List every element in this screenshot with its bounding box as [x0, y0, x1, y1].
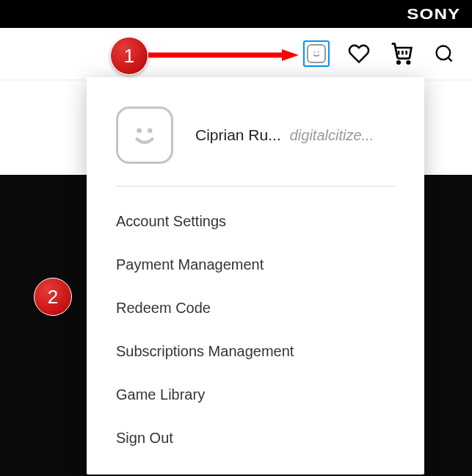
account-avatar-button[interactable] — [303, 40, 330, 67]
search-icon — [434, 43, 454, 64]
cart-icon — [390, 42, 413, 65]
svg-point-0 — [313, 51, 315, 53]
annotation-arrow-icon — [148, 49, 299, 61]
annotation-badge-2: 2 — [34, 278, 72, 316]
svg-marker-12 — [282, 49, 299, 61]
menu-item-subscriptions-management[interactable]: Subscriptions Management — [87, 330, 424, 373]
user-display-name: Ciprian Ru... — [195, 126, 281, 144]
cart-button[interactable] — [388, 40, 415, 67]
heart-icon — [348, 43, 370, 65]
user-avatar-large — [116, 107, 173, 164]
user-online-id: digitalcitize... — [290, 127, 374, 144]
smiley-avatar-icon — [126, 117, 163, 154]
menu-item-redeem-code[interactable]: Redeem Code — [87, 286, 424, 330]
smiley-avatar-icon — [307, 44, 326, 63]
svg-line-8 — [448, 57, 451, 61]
global-top-bar: SONY — [0, 0, 472, 28]
svg-point-2 — [397, 61, 399, 63]
menu-item-sign-out[interactable]: Sign Out — [87, 416, 424, 460]
dropdown-user-header[interactable]: Ciprian Ru... digitalcitize... — [87, 99, 424, 186]
account-dropdown: Ciprian Ru... digitalcitize... Account S… — [87, 77, 424, 475]
search-button[interactable] — [431, 40, 457, 67]
menu-item-game-library[interactable]: Game Library — [87, 373, 424, 416]
svg-point-3 — [407, 61, 410, 63]
svg-point-9 — [137, 128, 142, 133]
svg-point-1 — [318, 51, 319, 53]
svg-point-10 — [148, 128, 153, 133]
dropdown-menu: Account Settings Payment Management Rede… — [87, 187, 424, 460]
menu-item-payment-management[interactable]: Payment Management — [87, 243, 424, 286]
user-name-block: Ciprian Ru... digitalcitize... — [195, 126, 374, 144]
svg-point-7 — [437, 46, 451, 60]
wishlist-button[interactable] — [346, 40, 372, 67]
menu-item-account-settings[interactable]: Account Settings — [87, 200, 424, 243]
sony-logo: SONY — [407, 5, 461, 23]
annotation-badge-1: 1 — [110, 37, 148, 75]
